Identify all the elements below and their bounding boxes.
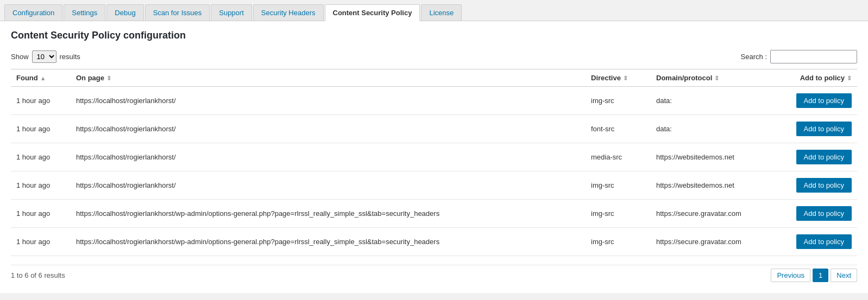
main-content: Content Security Policy configuration Sh… <box>0 21 868 293</box>
cell-directive: media-src <box>586 143 651 171</box>
add-to-policy-button[interactable]: Add to policy <box>796 93 852 108</box>
table-row: 1 hour agohttps://localhost/rogierlankho… <box>11 171 857 200</box>
cell-domain: https://websitedemos.net <box>651 171 770 200</box>
search-input[interactable] <box>770 50 857 63</box>
cell-found: 1 hour ago <box>11 171 71 200</box>
cell-action: Add to policy <box>770 228 857 256</box>
col-header-directive[interactable]: Directive⇕ <box>586 69 651 87</box>
show-row: Show 10 25 50 results <box>11 50 80 63</box>
table-body: 1 hour agohttps://localhost/rogierlankho… <box>11 87 857 256</box>
add-to-policy-button[interactable]: Add to policy <box>796 178 852 193</box>
cell-action: Add to policy <box>770 171 857 200</box>
sort-icon-on-page: ⇕ <box>106 75 111 82</box>
cell-directive: font-src <box>586 115 651 143</box>
add-to-policy-button[interactable]: Add to policy <box>796 122 852 136</box>
tab-content-security-policy[interactable]: Content Security Policy <box>325 4 420 21</box>
data-table: Found▲On page⇕Directive⇕Domain/protocol⇕… <box>11 69 857 256</box>
tabs-bar: ConfigurationSettingsDebugScan for Issue… <box>0 0 868 21</box>
cell-on-page: https://localhost/rogierlankhorst/ <box>71 115 586 143</box>
cell-action: Add to policy <box>770 115 857 143</box>
cell-found: 1 hour ago <box>11 228 71 256</box>
sort-icon-action: ⇕ <box>847 75 852 82</box>
cell-found: 1 hour ago <box>11 143 71 171</box>
sort-icon-domain: ⇕ <box>714 75 719 82</box>
pagination-row: 1 to 6 of 6 results Previous 1 Next <box>11 265 857 284</box>
cell-domain: https://websitedemos.net <box>651 143 770 171</box>
col-header-on-page[interactable]: On page⇕ <box>71 69 586 87</box>
show-select[interactable]: 10 25 50 <box>32 50 56 63</box>
next-button[interactable]: Next <box>831 269 857 282</box>
cell-action: Add to policy <box>770 87 857 115</box>
table-row: 1 hour agohttps://localhost/rogierlankho… <box>11 200 857 228</box>
tab-debug[interactable]: Debug <box>106 4 143 21</box>
cell-directive: img-src <box>586 87 651 115</box>
add-to-policy-button[interactable]: Add to policy <box>796 150 852 164</box>
add-to-policy-button[interactable]: Add to policy <box>796 234 852 249</box>
previous-button[interactable]: Previous <box>771 269 810 282</box>
cell-on-page: https://localhost/rogierlankhorst/ <box>71 87 586 115</box>
sort-icon-found: ▲ <box>40 75 46 81</box>
controls-row: Show 10 25 50 results Search : <box>11 50 857 63</box>
cell-on-page: https://localhost/rogierlankhorst/wp-adm… <box>71 200 586 228</box>
cell-directive: img-src <box>586 228 651 256</box>
result-count: 1 to 6 of 6 results <box>11 271 65 279</box>
cell-directive: img-src <box>586 200 651 228</box>
tab-license[interactable]: License <box>421 4 462 21</box>
cell-on-page: https://localhost/rogierlankhorst/ <box>71 171 586 200</box>
cell-found: 1 hour ago <box>11 115 71 143</box>
cell-domain: https://secure.gravatar.com <box>651 200 770 228</box>
col-header-domain[interactable]: Domain/protocol⇕ <box>651 69 770 87</box>
show-label-post: results <box>60 53 80 61</box>
cell-domain: data: <box>651 115 770 143</box>
page-wrapper: ConfigurationSettingsDebugScan for Issue… <box>0 0 868 293</box>
cell-found: 1 hour ago <box>11 87 71 115</box>
show-label-pre: Show <box>11 53 29 61</box>
add-to-policy-button[interactable]: Add to policy <box>796 206 852 221</box>
table-row: 1 hour agohttps://localhost/rogierlankho… <box>11 228 857 256</box>
cell-action: Add to policy <box>770 143 857 171</box>
cell-domain: data: <box>651 87 770 115</box>
table-row: 1 hour agohttps://localhost/rogierlankho… <box>11 87 857 115</box>
table-row: 1 hour agohttps://localhost/rogierlankho… <box>11 115 857 143</box>
page-1-button[interactable]: 1 <box>813 269 828 282</box>
tab-support[interactable]: Support <box>211 4 252 21</box>
pagination-controls: Previous 1 Next <box>771 269 857 282</box>
cell-action: Add to policy <box>770 200 857 228</box>
sort-icon-directive: ⇕ <box>623 75 628 82</box>
cell-directive: img-src <box>586 171 651 200</box>
col-header-found[interactable]: Found▲ <box>11 69 71 87</box>
tab-scan-for-issues[interactable]: Scan for Issues <box>145 4 210 21</box>
tab-settings[interactable]: Settings <box>64 4 105 21</box>
col-header-action[interactable]: Add to policy⇕ <box>770 69 857 87</box>
cell-on-page: https://localhost/rogierlankhorst/ <box>71 143 586 171</box>
tab-configuration[interactable]: Configuration <box>4 4 62 21</box>
cell-on-page: https://localhost/rogierlankhorst/wp-adm… <box>71 228 586 256</box>
table-row: 1 hour agohttps://localhost/rogierlankho… <box>11 143 857 171</box>
page-title: Content Security Policy configuration <box>11 30 857 41</box>
tab-security-headers[interactable]: Security Headers <box>253 4 324 21</box>
cell-found: 1 hour ago <box>11 200 71 228</box>
search-label: Search : <box>741 53 767 61</box>
search-row: Search : <box>741 50 857 63</box>
cell-domain: https://secure.gravatar.com <box>651 228 770 256</box>
table-header: Found▲On page⇕Directive⇕Domain/protocol⇕… <box>11 69 857 87</box>
